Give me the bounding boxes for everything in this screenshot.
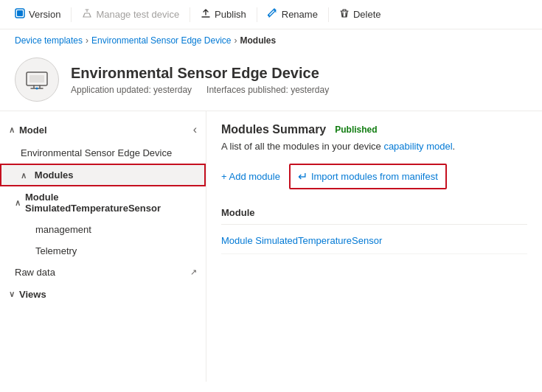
sidebar-model-item[interactable]: Environmental Sensor Edge Device [0, 142, 206, 164]
toolbar-delete-label: Delete [353, 9, 381, 20]
page-header-text: Environmental Sensor Edge Device Applica… [71, 65, 329, 95]
raw-data-expand-icon: ↗ [190, 267, 197, 277]
add-module-button[interactable]: + Add module [221, 168, 280, 185]
subsection-chevron-icon: ∧ [15, 198, 21, 208]
delete-icon [339, 8, 350, 21]
action-bar: + Add module ↵ Import modules from manif… [221, 164, 527, 189]
toolbar: Version Manage test device Publish Renam… [0, 0, 542, 29]
toolbar-version-btn[interactable]: Version [9, 5, 66, 24]
breadcrumb-sep-1: › [86, 35, 88, 46]
panel-title: Modules Summary [221, 123, 326, 136]
sidebar-modules-label: Modules [35, 169, 74, 181]
toolbar-publish-btn[interactable]: Publish [195, 5, 252, 24]
panel-desc-link[interactable]: capability model [383, 141, 452, 152]
sidebar-module-subsection[interactable]: ∧ Module SimulatedTemperatureSensor [0, 186, 206, 219]
sidebar-raw-data-label: Raw data [15, 267, 55, 278]
toolbar-manage-test-btn[interactable]: Manage test device [76, 5, 185, 24]
rename-icon [268, 8, 278, 21]
breadcrumb: Device templates › Environmental Sensor … [0, 29, 542, 52]
breadcrumb-device-name[interactable]: Environmental Sensor Edge Device [91, 35, 231, 46]
version-icon [15, 8, 25, 21]
sidebar-views-label: Views [19, 289, 46, 300]
manage-test-icon [82, 8, 92, 21]
sidebar-model-label-group: ∧ Model [9, 125, 47, 136]
import-modules-button[interactable]: ↵ Import modules from manifest [289, 164, 447, 189]
add-module-label: + Add module [221, 171, 280, 182]
panel-description: A list of all the modules in your device… [221, 141, 527, 152]
sidebar-raw-data-item[interactable]: Raw data ↗ [0, 262, 206, 283]
import-label: Import modules from manifest [311, 171, 438, 182]
device-avatar [15, 57, 59, 102]
table-header: Module [221, 201, 527, 225]
toolbar-divider-1 [71, 7, 72, 22]
svg-rect-3 [29, 75, 44, 83]
panel-desc-static: A list of all the modules in your device [221, 141, 383, 152]
page-title: Environmental Sensor Edge Device [71, 65, 329, 82]
toolbar-delete-btn[interactable]: Delete [333, 5, 387, 24]
sidebar-model-section[interactable]: ∧ Model ‹ [0, 117, 206, 142]
toolbar-divider-2 [190, 7, 190, 22]
main-content: ∧ Model ‹ Environmental Sensor Edge Devi… [0, 111, 542, 382]
toolbar-rename-label: Rename [282, 9, 318, 20]
sidebar-views-section[interactable]: ∨ Views [0, 283, 206, 306]
table-column-module: Module [221, 207, 255, 218]
right-panel: Modules Summary Published A list of all … [206, 111, 542, 382]
panel-header: Modules Summary Published [221, 123, 527, 136]
toolbar-manage-label: Manage test device [96, 9, 179, 20]
sidebar: ∧ Model ‹ Environmental Sensor Edge Devi… [0, 111, 206, 382]
panel-published-badge: Published [335, 125, 377, 135]
toolbar-version-label: Version [29, 9, 60, 20]
sidebar-management-item[interactable]: management [0, 219, 206, 240]
views-chevron-icon: ∨ [9, 290, 15, 299]
module-link[interactable]: Module SimulatedTemperatureSensor [221, 235, 382, 246]
table-row: Module SimulatedTemperatureSensor [221, 228, 527, 254]
toolbar-divider-3 [257, 7, 257, 22]
page-header-meta: Application updated: yesterday Interface… [71, 85, 329, 95]
sidebar-collapse-icon[interactable]: ‹ [193, 123, 197, 136]
breadcrumb-sep-2: › [234, 35, 237, 46]
sidebar-views-label-group: ∨ Views [9, 289, 46, 300]
model-chevron-icon: ∧ [9, 125, 15, 135]
publish-icon [201, 8, 211, 21]
page-header: Environmental Sensor Edge Device Applica… [0, 52, 542, 111]
module-table: Module Module SimulatedTemperatureSensor [221, 201, 527, 254]
breadcrumb-current: Modules [240, 35, 276, 46]
toolbar-publish-label: Publish [215, 9, 246, 20]
modules-chevron-icon: ∧ [21, 171, 27, 180]
sidebar-module-subsection-label: Module SimulatedTemperatureSensor [25, 192, 197, 214]
sidebar-modules-section[interactable]: ∧ Modules [0, 164, 206, 186]
svg-point-4 [36, 88, 38, 90]
sidebar-telemetry-item[interactable]: Telemetry [0, 240, 206, 262]
import-icon: ↵ [298, 169, 308, 183]
toolbar-divider-4 [328, 7, 329, 22]
app-updated-meta: Application updated: yesterday [71, 85, 192, 95]
sidebar-model-label: Model [19, 125, 47, 136]
svg-rect-1 [17, 10, 23, 16]
panel-desc-end: . [453, 141, 456, 152]
breadcrumb-device-templates[interactable]: Device templates [15, 35, 83, 46]
toolbar-rename-btn[interactable]: Rename [262, 5, 324, 24]
interfaces-published-meta: Interfaces published: yesterday [206, 85, 329, 95]
